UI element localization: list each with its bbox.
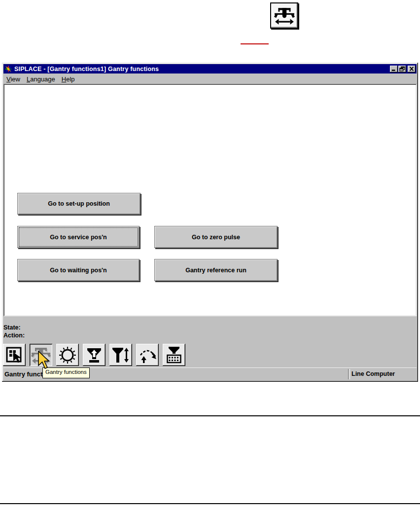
statusbar-divider: [348, 369, 350, 379]
yellow-arrow-cursor-icon: [38, 351, 50, 369]
menubar: View Language Help: [3, 74, 417, 84]
minimize-icon: [391, 66, 397, 72]
station-overview-icon: [5, 346, 24, 364]
toolbar-pick-place-button[interactable]: [136, 344, 159, 366]
go-to-zero-pulse-button[interactable]: Go to zero pulse: [154, 226, 278, 248]
menu-help[interactable]: Help: [59, 74, 78, 84]
toolbar-feeder-functions-button[interactable]: [163, 344, 185, 366]
window-title: SIPLACE - [Gantry functions1] Gantry fun…: [14, 66, 159, 73]
client-area: Go to set-up position Go to service pos'…: [3, 84, 417, 316]
window-controls: [389, 66, 416, 73]
gantry-functions-icon: [274, 6, 295, 25]
revolver-head-icon: [58, 345, 77, 365]
minimize-button[interactable]: [390, 66, 398, 73]
toolbar-pipette-functions-button[interactable]: [83, 344, 105, 366]
red-underline: [241, 43, 269, 44]
go-to-waiting-position-button[interactable]: Go to waiting pos'n: [17, 259, 140, 281]
menu-view[interactable]: View: [3, 74, 24, 84]
action-label: Action:: [3, 332, 25, 339]
toolbar-station-overview-button[interactable]: [3, 344, 26, 366]
feeder-functions-icon: [164, 346, 184, 365]
go-to-service-position-button[interactable]: Go to service pos'n: [17, 226, 140, 248]
statusbar-line-computer: Line Computer: [351, 370, 395, 377]
pipette-functions-icon: [84, 346, 104, 364]
pick-place-icon: [138, 346, 157, 364]
manual-page: SIPLACE - [Gantry functions1] Gantry fun…: [0, 0, 420, 513]
siplace-logo-icon: [4, 65, 12, 73]
restore-icon: [399, 66, 405, 72]
toolbar-pipette-stroke-button[interactable]: [109, 344, 132, 366]
toolbar: [3, 344, 185, 366]
gantry-reference-run-button[interactable]: Gantry reference run: [154, 259, 278, 281]
menu-language[interactable]: Language: [24, 74, 59, 84]
restore-button[interactable]: [398, 66, 406, 73]
close-icon: [409, 66, 415, 72]
horizontal-rule-top: [0, 415, 420, 416]
horizontal-rule-bottom: [0, 503, 420, 504]
close-button[interactable]: [408, 66, 416, 73]
pipette-stroke-icon: [111, 346, 131, 364]
toolbar-revolver-head-button[interactable]: [56, 344, 79, 366]
siplace-window: SIPLACE - [Gantry functions1] Gantry fun…: [2, 63, 418, 382]
gantry-functions-inline-button[interactable]: [270, 2, 298, 29]
go-to-setup-position-button[interactable]: Go to set-up position: [17, 193, 140, 215]
state-label: State:: [3, 324, 21, 331]
titlebar[interactable]: SIPLACE - [Gantry functions1] Gantry fun…: [3, 64, 417, 73]
